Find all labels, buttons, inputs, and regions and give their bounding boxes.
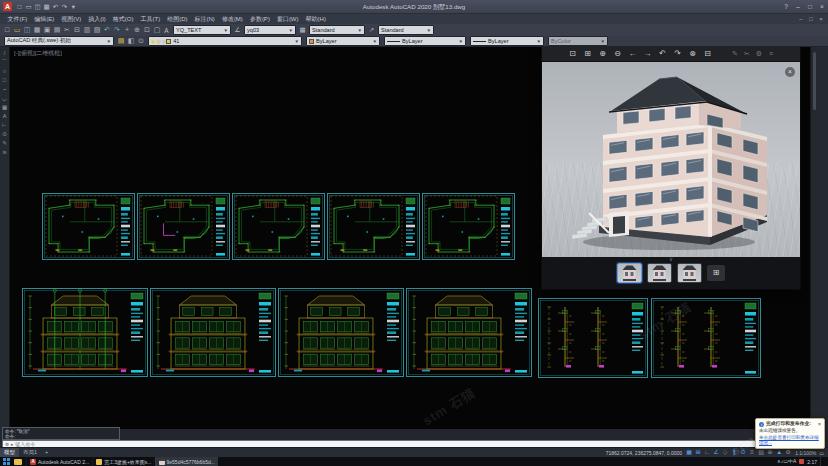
menu-insert[interactable]: 插入(I) [85, 14, 110, 24]
matchprops-icon[interactable]: ▧ [92, 24, 102, 36]
new-icon[interactable]: □ [2, 24, 12, 36]
start-button[interactable] [3, 458, 10, 465]
ortho-toggle[interactable]: ∟ [703, 448, 711, 457]
text-tool-icon[interactable]: A [0, 113, 9, 119]
delete-icon[interactable]: ⊗ [685, 46, 700, 61]
annotation-visibility-toggle[interactable]: ▲ [775, 448, 783, 457]
menu-tools[interactable]: 工具(T) [137, 14, 164, 24]
workspace-combo[interactable]: AutoCAD 经典(.swe) 初始▼ [4, 36, 114, 46]
taskbar-app-folder[interactable]: 完工3建施+效果图s... [92, 457, 154, 466]
line-tool-icon[interactable]: / [0, 50, 9, 56]
mleader-style-combo[interactable]: Standard▼ [378, 25, 434, 35]
fullscreen-icon[interactable]: ⊡ [565, 46, 580, 61]
menu-dimension[interactable]: 标注(N) [191, 14, 218, 24]
save-icon[interactable]: ◫ [33, 0, 42, 13]
menu-window[interactable]: 窗口(W) [273, 14, 302, 24]
transparency-toggle[interactable]: ▧ [757, 448, 765, 457]
object-color-combo[interactable]: ByLayer▼ [306, 36, 380, 46]
collapse-strip-icon[interactable]: ∨ [669, 257, 673, 262]
circle-tool-icon[interactable]: ○ [0, 68, 9, 74]
close-icon[interactable]: × [816, 0, 828, 13]
qat-menu-icon[interactable]: ▾ [69, 0, 78, 13]
text-style-combo[interactable]: YQ_TEXT▼ [173, 25, 231, 35]
balloon-details-link[interactable]: 单击此处查看打印和发布详细信息... [759, 435, 821, 446]
clean-screen-button[interactable]: ▭ [819, 450, 824, 456]
plot-icon[interactable]: ▦ [32, 24, 42, 36]
menu-edit[interactable]: 编辑(E) [31, 14, 58, 24]
otrack-toggle[interactable]: ∥ [730, 448, 738, 457]
doc-close-icon[interactable]: × [816, 14, 826, 24]
snap-toggle[interactable]: ⊞ [694, 448, 702, 457]
new-icon[interactable]: □ [15, 0, 24, 13]
customize-icon[interactable]: ⚙ [5, 442, 9, 447]
menu-file[interactable]: 文件(F) [4, 14, 31, 24]
arc-tool-icon[interactable]: ⌒ [0, 59, 9, 65]
doc-minimize-icon[interactable]: – [796, 14, 806, 24]
next-image-icon[interactable]: → [640, 46, 655, 61]
crop-icon[interactable]: ✂ [741, 46, 753, 61]
osnap-toggle[interactable]: ⊙ [739, 448, 747, 457]
plot-icon[interactable]: ▦ [42, 0, 51, 13]
tab-add-layout[interactable]: + [41, 448, 52, 457]
menu-modify[interactable]: 修改(M) [218, 14, 246, 24]
autocad-logo[interactable]: A [3, 2, 12, 11]
lineweight-combo[interactable]: ByLayer▼ [470, 36, 544, 46]
hatch-tool-icon[interactable]: ▦ [0, 104, 9, 110]
point-tool-icon[interactable]: ⊙ [0, 131, 9, 137]
help-icon[interactable]: ? [780, 0, 792, 13]
erase-tool-icon[interactable]: ≋ [0, 149, 9, 155]
restore-icon[interactable]: □ [804, 0, 816, 13]
undo-icon[interactable]: ↶ [102, 24, 112, 36]
fit-icon[interactable]: ⊞ [580, 46, 595, 61]
ime-indicator[interactable]: A [793, 457, 796, 466]
menu-help[interactable]: 帮助(H) [302, 14, 329, 24]
publish-icon[interactable]: ▤ [52, 24, 62, 36]
thumbnail-2[interactable] [647, 263, 672, 283]
command-history[interactable]: 命令: *取消* 命令: [2, 427, 120, 440]
selection-cycling-toggle[interactable]: ⊕ [766, 448, 774, 457]
tray-app-icon[interactable] [799, 459, 804, 464]
paste-icon[interactable]: ▥ [82, 24, 92, 36]
more-icon[interactable]: ≡ [765, 46, 777, 61]
ellipse-tool-icon[interactable]: ◡ [0, 95, 9, 101]
rotate-right-icon[interactable]: ↷ [670, 46, 685, 61]
zoom-in-icon[interactable]: ⊕ [595, 46, 610, 61]
taskbar-app-autocad[interactable]: A Autodesk AutoCAD 2... [26, 457, 92, 466]
copy-icon[interactable]: ⊟ [72, 24, 82, 36]
settings-icon[interactable]: ⚙ [753, 46, 765, 61]
dimension-tool-icon[interactable]: ⊢ [0, 122, 9, 128]
clock[interactable]: 2:17 [807, 459, 817, 465]
image-close-overlay-icon[interactable]: × [785, 67, 795, 77]
edit-tool-icon[interactable]: ✎ [0, 140, 9, 146]
isodraft-toggle[interactable]: ◇ [721, 448, 729, 457]
rect-tool-icon[interactable]: □ [0, 77, 9, 83]
thumbnail-1[interactable] [617, 263, 642, 283]
show-desktop-button[interactable] [820, 457, 826, 466]
open-icon[interactable]: ▭ [24, 0, 33, 13]
preview-icon[interactable]: ▣ [42, 24, 52, 36]
layer-freeze-icon[interactable]: ◎ [156, 38, 160, 44]
layer-isolate-icon[interactable]: ⊙ [136, 35, 146, 47]
linetype-combo[interactable]: ByLayer▼ [384, 36, 466, 46]
menu-draw[interactable]: 绘图(D) [164, 14, 191, 24]
doc-restore-icon[interactable]: □ [806, 14, 816, 24]
zoom-out-icon[interactable]: ⊖ [610, 46, 625, 61]
lineweight-toggle[interactable]: ≡ [748, 448, 756, 457]
viewer-image-area[interactable]: × [542, 62, 800, 257]
scrollbar-thumb[interactable] [813, 52, 816, 110]
menu-format[interactable]: 格式(O) [109, 14, 137, 24]
menu-parametric[interactable]: 参数(P) [246, 14, 273, 24]
spline-tool-icon[interactable]: ~ [0, 86, 9, 92]
edit-icon[interactable]: ✎ [729, 46, 741, 61]
workspace-toggle[interactable]: ⚙ [784, 448, 792, 457]
copy-icon[interactable]: ⊟ [700, 46, 715, 61]
tab-layout1[interactable]: 布局1 [19, 448, 41, 457]
thumbnail-3[interactable] [677, 263, 702, 283]
balloon-close-icon[interactable]: × [818, 422, 821, 427]
prev-image-icon[interactable]: ← [625, 46, 640, 61]
right-scrollbar[interactable] [810, 47, 828, 429]
file-explorer-icon[interactable] [14, 459, 22, 465]
thumbnail-grid-button[interactable]: ⊞ [707, 265, 725, 281]
layer-combo[interactable]: ◉◎◍ 41 ▼ [148, 36, 302, 46]
properties-icon[interactable]: ▢ [152, 24, 162, 36]
